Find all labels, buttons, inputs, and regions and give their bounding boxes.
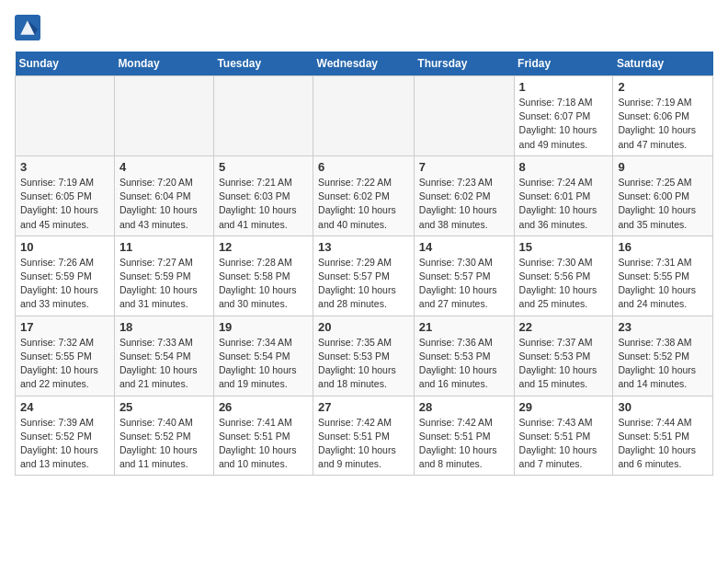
weekday-sunday: Sunday xyxy=(16,52,115,76)
logo xyxy=(15,15,44,40)
calendar-body: 1Sunrise: 7:18 AM Sunset: 6:07 PM Daylig… xyxy=(16,76,713,476)
calendar-cell: 9Sunrise: 7:25 AM Sunset: 6:00 PM Daylig… xyxy=(613,155,713,236)
day-number: 5 xyxy=(219,160,308,174)
day-info: Sunrise: 7:18 AM Sunset: 6:07 PM Dayligh… xyxy=(519,96,609,152)
day-info: Sunrise: 7:27 AM Sunset: 5:59 PM Dayligh… xyxy=(119,256,209,312)
calendar-cell: 11Sunrise: 7:27 AM Sunset: 5:59 PM Dayli… xyxy=(114,236,213,316)
day-info: Sunrise: 7:36 AM Sunset: 5:53 PM Dayligh… xyxy=(419,336,509,392)
calendar-cell: 4Sunrise: 7:20 AM Sunset: 6:04 PM Daylig… xyxy=(114,155,213,236)
calendar-cell: 10Sunrise: 7:26 AM Sunset: 5:59 PM Dayli… xyxy=(16,236,115,316)
day-number: 13 xyxy=(318,240,409,254)
weekday-header-row: SundayMondayTuesdayWednesdayThursdayFrid… xyxy=(16,52,713,76)
day-info: Sunrise: 7:44 AM Sunset: 5:51 PM Dayligh… xyxy=(618,416,708,472)
day-number: 19 xyxy=(219,320,308,334)
day-number: 14 xyxy=(419,240,509,254)
day-number: 27 xyxy=(318,400,409,414)
week-row-3: 10Sunrise: 7:26 AM Sunset: 5:59 PM Dayli… xyxy=(16,236,713,316)
calendar-cell: 13Sunrise: 7:29 AM Sunset: 5:57 PM Dayli… xyxy=(313,236,415,316)
day-number: 17 xyxy=(20,320,109,334)
day-info: Sunrise: 7:25 AM Sunset: 6:00 PM Dayligh… xyxy=(618,176,708,232)
day-number: 8 xyxy=(519,160,609,174)
day-number: 1 xyxy=(519,80,609,94)
day-info: Sunrise: 7:33 AM Sunset: 5:54 PM Dayligh… xyxy=(119,336,209,392)
day-info: Sunrise: 7:34 AM Sunset: 5:54 PM Dayligh… xyxy=(219,336,308,392)
calendar-cell: 5Sunrise: 7:21 AM Sunset: 6:03 PM Daylig… xyxy=(213,155,313,236)
day-number: 30 xyxy=(618,400,708,414)
weekday-saturday: Saturday xyxy=(613,52,713,76)
day-info: Sunrise: 7:38 AM Sunset: 5:52 PM Dayligh… xyxy=(618,336,708,392)
day-info: Sunrise: 7:35 AM Sunset: 5:53 PM Dayligh… xyxy=(318,336,409,392)
day-number: 15 xyxy=(519,240,609,254)
day-info: Sunrise: 7:24 AM Sunset: 6:01 PM Dayligh… xyxy=(519,176,609,232)
day-info: Sunrise: 7:22 AM Sunset: 6:02 PM Dayligh… xyxy=(318,176,409,232)
day-number: 6 xyxy=(318,160,409,174)
calendar-cell xyxy=(414,76,514,156)
week-row-5: 24Sunrise: 7:39 AM Sunset: 5:52 PM Dayli… xyxy=(16,396,713,476)
day-number: 23 xyxy=(618,320,708,334)
day-number: 28 xyxy=(419,400,509,414)
calendar-cell: 29Sunrise: 7:43 AM Sunset: 5:51 PM Dayli… xyxy=(514,396,613,476)
calendar-cell: 20Sunrise: 7:35 AM Sunset: 5:53 PM Dayli… xyxy=(313,316,415,396)
calendar-cell xyxy=(114,76,213,156)
calendar-cell: 14Sunrise: 7:30 AM Sunset: 5:57 PM Dayli… xyxy=(414,236,514,316)
day-number: 10 xyxy=(20,240,109,254)
day-info: Sunrise: 7:42 AM Sunset: 5:51 PM Dayligh… xyxy=(318,416,409,472)
logo-icon xyxy=(15,15,40,40)
calendar-cell: 17Sunrise: 7:32 AM Sunset: 5:55 PM Dayli… xyxy=(16,316,115,396)
calendar-cell: 3Sunrise: 7:19 AM Sunset: 6:05 PM Daylig… xyxy=(16,155,115,236)
day-info: Sunrise: 7:21 AM Sunset: 6:03 PM Dayligh… xyxy=(219,176,308,232)
week-row-4: 17Sunrise: 7:32 AM Sunset: 5:55 PM Dayli… xyxy=(16,316,713,396)
calendar-cell: 16Sunrise: 7:31 AM Sunset: 5:55 PM Dayli… xyxy=(613,236,713,316)
day-number: 2 xyxy=(618,80,708,94)
day-info: Sunrise: 7:41 AM Sunset: 5:51 PM Dayligh… xyxy=(219,416,308,472)
day-info: Sunrise: 7:32 AM Sunset: 5:55 PM Dayligh… xyxy=(20,336,109,392)
calendar-cell: 8Sunrise: 7:24 AM Sunset: 6:01 PM Daylig… xyxy=(514,155,613,236)
day-info: Sunrise: 7:39 AM Sunset: 5:52 PM Dayligh… xyxy=(20,416,109,472)
day-info: Sunrise: 7:19 AM Sunset: 6:06 PM Dayligh… xyxy=(618,96,708,152)
weekday-friday: Friday xyxy=(514,52,613,76)
calendar-cell: 18Sunrise: 7:33 AM Sunset: 5:54 PM Dayli… xyxy=(114,316,213,396)
calendar-cell: 28Sunrise: 7:42 AM Sunset: 5:51 PM Dayli… xyxy=(414,396,514,476)
day-info: Sunrise: 7:19 AM Sunset: 6:05 PM Dayligh… xyxy=(20,176,109,232)
calendar-cell: 22Sunrise: 7:37 AM Sunset: 5:53 PM Dayli… xyxy=(514,316,613,396)
calendar-cell: 24Sunrise: 7:39 AM Sunset: 5:52 PM Dayli… xyxy=(16,396,115,476)
weekday-monday: Monday xyxy=(114,52,213,76)
day-info: Sunrise: 7:28 AM Sunset: 5:58 PM Dayligh… xyxy=(219,256,308,312)
day-info: Sunrise: 7:30 AM Sunset: 5:57 PM Dayligh… xyxy=(419,256,509,312)
calendar-cell: 30Sunrise: 7:44 AM Sunset: 5:51 PM Dayli… xyxy=(613,396,713,476)
day-number: 11 xyxy=(119,240,209,254)
day-number: 3 xyxy=(20,160,109,174)
calendar-cell: 7Sunrise: 7:23 AM Sunset: 6:02 PM Daylig… xyxy=(414,155,514,236)
day-number: 25 xyxy=(119,400,209,414)
calendar-cell: 21Sunrise: 7:36 AM Sunset: 5:53 PM Dayli… xyxy=(414,316,514,396)
calendar-table: SundayMondayTuesdayWednesdayThursdayFrid… xyxy=(15,52,713,476)
day-number: 7 xyxy=(419,160,509,174)
day-info: Sunrise: 7:37 AM Sunset: 5:53 PM Dayligh… xyxy=(519,336,609,392)
day-number: 16 xyxy=(618,240,708,254)
day-info: Sunrise: 7:40 AM Sunset: 5:52 PM Dayligh… xyxy=(119,416,209,472)
weekday-wednesday: Wednesday xyxy=(313,52,415,76)
day-number: 18 xyxy=(119,320,209,334)
day-info: Sunrise: 7:30 AM Sunset: 5:56 PM Dayligh… xyxy=(519,256,609,312)
day-number: 26 xyxy=(219,400,308,414)
day-number: 4 xyxy=(119,160,209,174)
calendar-cell: 12Sunrise: 7:28 AM Sunset: 5:58 PM Dayli… xyxy=(213,236,313,316)
calendar-cell: 27Sunrise: 7:42 AM Sunset: 5:51 PM Dayli… xyxy=(313,396,415,476)
calendar-cell: 1Sunrise: 7:18 AM Sunset: 6:07 PM Daylig… xyxy=(514,76,613,156)
day-number: 12 xyxy=(219,240,308,254)
calendar-cell: 6Sunrise: 7:22 AM Sunset: 6:02 PM Daylig… xyxy=(313,155,415,236)
week-row-1: 1Sunrise: 7:18 AM Sunset: 6:07 PM Daylig… xyxy=(16,76,713,156)
day-info: Sunrise: 7:31 AM Sunset: 5:55 PM Dayligh… xyxy=(618,256,708,312)
calendar-cell xyxy=(213,76,313,156)
day-number: 20 xyxy=(318,320,409,334)
calendar-cell xyxy=(16,76,115,156)
day-info: Sunrise: 7:23 AM Sunset: 6:02 PM Dayligh… xyxy=(419,176,509,232)
day-info: Sunrise: 7:42 AM Sunset: 5:51 PM Dayligh… xyxy=(419,416,509,472)
calendar-cell: 19Sunrise: 7:34 AM Sunset: 5:54 PM Dayli… xyxy=(213,316,313,396)
calendar-cell: 23Sunrise: 7:38 AM Sunset: 5:52 PM Dayli… xyxy=(613,316,713,396)
calendar-cell xyxy=(313,76,415,156)
day-number: 24 xyxy=(20,400,109,414)
day-info: Sunrise: 7:26 AM Sunset: 5:59 PM Dayligh… xyxy=(20,256,109,312)
day-number: 9 xyxy=(618,160,708,174)
calendar-cell: 26Sunrise: 7:41 AM Sunset: 5:51 PM Dayli… xyxy=(213,396,313,476)
